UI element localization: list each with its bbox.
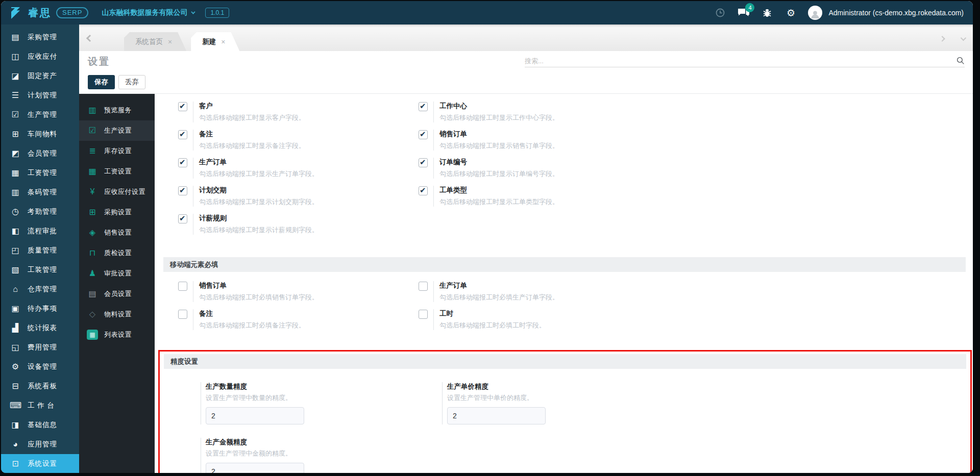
sidebar-item-label: 仓库管理 (28, 285, 57, 294)
sidebar-item-production-mgmt[interactable]: ☑生产管理 (1, 105, 79, 124)
sidebar-item-label: 应收应付 (28, 52, 57, 61)
quantity-precision-input[interactable] (206, 407, 304, 424)
sidebar-item-app-mgmt[interactable]: ◕应用管理 (1, 435, 79, 454)
sidebar-item-member-mgmt[interactable]: ◩会员管理 (1, 144, 79, 163)
settings-nav-qc-settings[interactable]: ⊓质检设置 (79, 243, 155, 263)
unit-price-precision-input[interactable] (447, 407, 546, 424)
settings-content: 客户勾选后移动端报工时显示客户字段。 工作中心勾选后移动端报工时显示工作中心字段… (155, 94, 973, 473)
sidebar-item-label: 采购管理 (28, 33, 57, 42)
field-desc: 勾选后移动端报工时显示订单编号字段。 (439, 169, 559, 179)
checkbox[interactable] (178, 282, 187, 291)
settings-nav-material-settings[interactable]: ◇物料设置 (79, 304, 155, 324)
sidebar-item-tooling-mgmt[interactable]: ▧工装管理 (1, 260, 79, 280)
workflow-approval-icon: ◧ (10, 227, 21, 235)
checkbox[interactable] (178, 102, 187, 111)
tab-system-home[interactable]: 系统首页 × (124, 32, 186, 51)
checkbox[interactable] (419, 158, 428, 167)
checkbox[interactable] (178, 186, 187, 195)
sidebar-item-salary-mgmt[interactable]: ▦工资管理 (1, 163, 79, 183)
sidebar-item-label: 条码管理 (28, 188, 57, 197)
topbar-actions: 4 ⚙ Administrator (cs-demo.xbg.rokedata.… (714, 6, 964, 20)
sidebar-item-receivable-payable[interactable]: ◫应收应付 (1, 47, 79, 66)
workbench-icon: ⌨ (10, 402, 21, 410)
sidebar-item-equipment-mgmt[interactable]: ⚙设备管理 (1, 357, 79, 377)
field-item-required-work-hours: 工时勾选后移动端报工时必填工时字段。 (404, 309, 966, 330)
settings-nav-label: 预览服务 (104, 106, 132, 115)
settings-nav-list-settings[interactable]: ▦列表设置 (79, 324, 155, 345)
sidebar-item-quality-mgmt[interactable]: ◰质量管理 (1, 241, 79, 260)
sidebar-item-statistics[interactable]: ▟统计报表 (1, 318, 79, 338)
settings-nav-member-settings[interactable]: ▤会员设置 (79, 284, 155, 304)
tabs-dropdown-chevron-icon[interactable] (961, 35, 966, 41)
system-settings-icon: ⊡ (10, 460, 21, 468)
field-item-pay-rule: 计薪规则勾选后移动端报工时显示计薪规则字段。 (163, 214, 404, 235)
clock-icon[interactable] (714, 7, 726, 19)
sidebar-item-workflow-approval[interactable]: ◧流程审批 (1, 221, 79, 241)
bug-icon[interactable] (761, 7, 773, 19)
settings-nav-preview-service[interactable]: ▥预览服务 (79, 100, 155, 120)
sidebar-item-system-dashboard[interactable]: ⊟系统看板 (1, 377, 79, 396)
tabs-forward-chevron-icon[interactable] (939, 36, 945, 41)
sidebar-item-label: 应用管理 (28, 440, 57, 449)
settings-nav-inventory-settings[interactable]: ≣库存设置 (79, 141, 155, 161)
settings-nav-salary-settings[interactable]: ▦工资设置 (79, 161, 155, 182)
sidebar-item-warehouse-mgmt[interactable]: ⌂仓库管理 (1, 280, 79, 299)
close-icon[interactable]: × (221, 38, 225, 46)
checkbox[interactable] (178, 158, 187, 167)
settings-nav-label: 质检设置 (104, 248, 132, 258)
sidebar-item-label: 工 作 台 (28, 401, 55, 410)
sidebar-item-label: 考勤管理 (28, 207, 57, 216)
purchase-icon: ▤ (10, 33, 21, 41)
amount-precision-input[interactable] (206, 463, 304, 473)
sidebar-item-barcode-mgmt[interactable]: ▥条码管理 (1, 183, 79, 202)
settings-nav-purchase-settings[interactable]: ⊞采购设置 (79, 202, 155, 222)
settings-nav-label: 应收应付设置 (104, 187, 145, 196)
sidebar-item-plan-mgmt[interactable]: ☰计划管理 (1, 86, 79, 105)
main-sidebar: ▤采购管理 ◫应收应付 ◪固定资产 ☰计划管理 ☑生产管理 ⊞车间物料 ◩会员管… (1, 24, 79, 473)
preview-service-icon: ▥ (87, 106, 98, 114)
messages-icon[interactable]: 4 (738, 7, 750, 19)
checkbox[interactable] (178, 214, 187, 223)
sidebar-item-expense-mgmt[interactable]: ◱费用管理 (1, 338, 79, 357)
search-input[interactable] (525, 57, 957, 65)
checkbox[interactable] (419, 282, 428, 291)
field-label: 生产订单 (199, 158, 318, 167)
sidebar-item-label: 待办事项 (28, 304, 57, 313)
settings-nav-approval-settings[interactable]: ♟审批设置 (79, 263, 155, 284)
checkbox[interactable] (419, 102, 428, 111)
sidebar-item-workshop-materials[interactable]: ⊞车间物料 (1, 124, 79, 144)
checkbox[interactable] (178, 130, 187, 139)
sidebar-item-workbench[interactable]: ⌨工 作 台 (1, 396, 79, 415)
dashboard-icon: ⊟ (10, 382, 21, 390)
sidebar-item-label: 固定资产 (28, 71, 57, 81)
search-icon[interactable] (957, 57, 965, 65)
close-icon[interactable]: × (168, 38, 172, 46)
field-label: 计划交期 (199, 186, 318, 195)
avatar[interactable] (808, 6, 822, 20)
sidebar-item-system-settings[interactable]: ⊡系统设置 (1, 454, 79, 473)
checkbox[interactable] (419, 310, 428, 319)
company-selector[interactable]: 山东融科数据服务有限公司 (102, 8, 194, 17)
field-label: 生产金额精度 (206, 438, 442, 447)
save-button[interactable]: 保存 (88, 75, 115, 89)
sidebar-item-basic-info[interactable]: ◨基础信息 (1, 415, 79, 435)
tab-new[interactable]: 新建 × (191, 32, 239, 51)
sidebar-item-todo[interactable]: ▣待办事项 (1, 299, 79, 318)
brand-name: 睿思 (28, 6, 52, 20)
checkbox[interactable] (419, 186, 428, 195)
checkbox[interactable] (178, 310, 187, 319)
discard-button[interactable]: 丢弃 (118, 75, 145, 89)
gear-icon[interactable]: ⚙ (785, 7, 797, 19)
checkbox[interactable] (419, 130, 428, 139)
user-name[interactable]: Administrator (cs-demo.xbg.rokedata.com) (828, 9, 964, 17)
sidebar-item-fixed-assets[interactable]: ◪固定资产 (1, 66, 79, 86)
basic-info-icon: ◨ (10, 421, 21, 429)
sidebar-item-attendance-mgmt[interactable]: ◷考勤管理 (1, 202, 79, 221)
sidebar-item-purchase-mgmt[interactable]: ▤采购管理 (1, 28, 79, 47)
settings-nav-production-settings[interactable]: ☑生产设置 (79, 120, 155, 141)
settings-nav-arap-settings[interactable]: ¥应收应付设置 (79, 182, 155, 202)
plan-icon: ☰ (10, 91, 21, 99)
settings-body: ▥预览服务 ☑生产设置 ≣库存设置 ▦工资设置 ¥应收应付设置 ⊞采购设置 ◈销… (79, 94, 973, 473)
settings-nav-sales-settings[interactable]: ◈销售设置 (79, 222, 155, 243)
tabs-back-chevron-icon[interactable] (86, 35, 93, 42)
